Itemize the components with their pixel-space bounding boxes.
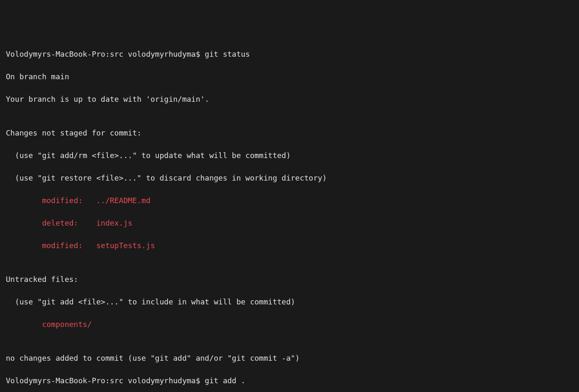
output-line: no changes added to commit (use "git add… (6, 352, 573, 364)
hint-line: (use "git add/rm <file>..." to update wh… (6, 150, 573, 161)
command: git add . (205, 376, 246, 385)
prompt: Volodymyrs-MacBook-Pro:src volodymyrhudy… (6, 50, 205, 58)
section-header: Untracked files: (6, 274, 573, 285)
untracked-file: components/ (6, 319, 573, 330)
deleted-file: deleted: index.js (6, 217, 573, 229)
terminal-line: Volodymyrs-MacBook-Pro:src volodymyrhudy… (6, 48, 573, 60)
hint-line: (use "git restore <file>..." to discard … (6, 172, 573, 183)
command: git status (205, 50, 250, 58)
modified-file: modified: setupTests.js (6, 240, 573, 251)
output-line: Your branch is up to date with 'origin/m… (6, 93, 573, 105)
terminal-line: Volodymyrs-MacBook-Pro:src volodymyrhudy… (6, 375, 573, 386)
output-line: On branch main (6, 71, 573, 82)
section-header: Changes not staged for commit: (6, 127, 573, 138)
hint-line: (use "git add <file>..." to include in w… (6, 296, 573, 307)
prompt: Volodymyrs-MacBook-Pro:src volodymyrhudy… (6, 376, 205, 385)
modified-file: modified: ../README.md (6, 195, 573, 206)
